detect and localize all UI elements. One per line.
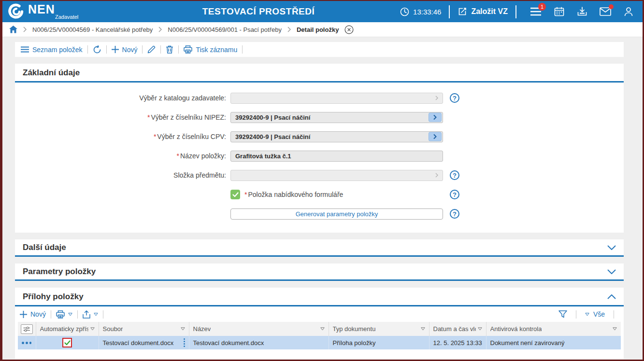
offer-form-checkbox[interactable] [230, 190, 240, 199]
cpv-label: *Výběr z číselníku CPV: [15, 133, 230, 140]
breadcrumb-item-procedure[interactable]: N006/25/V00004569 - Kancelářské potřeby [32, 26, 153, 33]
column-header-antivirus[interactable]: Antivirová kontrola [486, 322, 621, 336]
file-cell[interactable]: Testovací dokument.docx [99, 336, 189, 349]
user-profile-button[interactable] [622, 7, 635, 16]
chevron-up-icon[interactable] [607, 294, 616, 299]
help-icon[interactable]: ? [450, 93, 459, 103]
chevron-right-icon [435, 173, 438, 178]
chevron-down-icon[interactable] [607, 245, 616, 250]
delete-button[interactable] [166, 45, 173, 54]
chevron-right-icon [435, 96, 438, 100]
section-item-parameters[interactable]: Parametry položky [15, 264, 624, 281]
chevron-down-icon[interactable] [607, 269, 616, 274]
item-list-button[interactable]: Seznam položek [21, 46, 83, 54]
mail-unread-dot [609, 4, 614, 9]
new-item-button[interactable]: Nový [112, 46, 138, 54]
nipez-open-lookup-button[interactable] [429, 113, 442, 122]
divider [160, 45, 161, 54]
column-header-name[interactable]: Název [189, 322, 329, 336]
divider [51, 310, 51, 319]
breadcrumb-item-part[interactable]: N006/25/V00004569/001 - Psací potřeby [168, 26, 282, 33]
calendar-button[interactable] [553, 7, 565, 16]
close-tab-icon[interactable] [344, 25, 354, 34]
column-settings-icon[interactable] [21, 324, 33, 334]
help-icon[interactable]: ? [450, 209, 459, 219]
divider [614, 310, 614, 319]
upload-icon [83, 310, 90, 319]
column-header-file[interactable]: Soubor [99, 322, 189, 336]
attachment-print-button[interactable] [56, 310, 72, 319]
cpv-open-lookup-button[interactable] [429, 132, 442, 141]
breadcrumb: N006/25/V00004569 - Kancelářské potřeby … [2, 22, 643, 37]
notifications-menu-button[interactable]: 1 [530, 7, 542, 16]
section-title: Parametry položky [23, 267, 96, 277]
filter-triangle-icon[interactable] [613, 327, 617, 331]
dropdown-triangle-icon[interactable] [585, 313, 589, 316]
auto-publish-cell[interactable] [36, 336, 99, 349]
filter-triangle-icon[interactable] [478, 327, 482, 331]
dropdown-triangle-icon [94, 313, 98, 316]
print-record-button[interactable]: Tisk záznamu [184, 45, 237, 54]
help-icon[interactable]: ? [450, 170, 459, 180]
filter-triangle-icon[interactable] [421, 327, 425, 331]
column-header-doc-type[interactable]: Typ dokumentu [329, 322, 429, 336]
page-frame: NEN Zadavatel TESTOVACÍ PROSTŘEDÍ 13:33:… [0, 0, 644, 361]
cpv-lookup-field[interactable]: 39292400-9 | Psací náčiní [230, 131, 443, 142]
printer-icon [184, 45, 192, 54]
divider [178, 45, 179, 54]
home-icon[interactable] [9, 26, 17, 33]
section-basic-data: Základní údaje Výběr z katalogu zadavate… [15, 64, 624, 233]
chevron-right-icon [158, 27, 162, 32]
breadcrumb-current: Detail položky [297, 26, 339, 33]
nen-swirl-icon [8, 3, 25, 20]
attachments-header-row: Automaticky zpřístupnit Soubor Název Typ… [18, 322, 621, 336]
mail-button[interactable] [599, 7, 612, 16]
column-settings-header[interactable] [18, 322, 36, 336]
cell-menu-icon[interactable] [184, 338, 185, 347]
list-icon [21, 46, 29, 53]
generate-parameters-button[interactable]: Generovat parametry položky [230, 208, 443, 220]
inserted-cell[interactable]: 12. 5. 2025 13:33 [429, 336, 486, 349]
dropdown-triangle-icon [68, 313, 72, 316]
nen-logo[interactable]: NEN Zadavatel [8, 3, 78, 20]
row-menu-icon[interactable] [22, 342, 32, 344]
subject-folder-field [230, 170, 443, 181]
attachment-row[interactable]: Testovací dokument.docx Testovací dokume… [18, 336, 621, 349]
column-header-inserted[interactable]: Datum a čas vložení [429, 322, 486, 336]
help-icon[interactable]: ? [450, 190, 459, 199]
clock: 13:33:46 [400, 7, 441, 16]
section-more-data[interactable]: Další údaje [15, 239, 624, 257]
catalog-label: Výběr z katalogu zadavatele: [15, 94, 230, 102]
attachment-export-button[interactable] [83, 310, 98, 319]
attachment-new-button[interactable]: Nový [20, 310, 46, 318]
column-header-auto-publish[interactable]: Automaticky zpřístupnit [36, 322, 99, 336]
attachments-toolbar: Nový [15, 306, 624, 322]
auto-publish-checkbox[interactable] [62, 338, 72, 347]
filter-triangle-icon[interactable] [90, 327, 95, 331]
section-attachments-header[interactable]: Přílohy položky [15, 288, 624, 306]
doc-type-cell[interactable]: Příloha položky [329, 336, 429, 349]
create-vz-button[interactable]: Založit VZ [458, 7, 508, 16]
filter-all-button[interactable]: Vše [593, 310, 605, 318]
divider [515, 5, 516, 18]
divider [142, 45, 143, 54]
nipez-lookup-field[interactable]: 39292400-9 | Psací náčiní [230, 112, 443, 123]
antivirus-cell[interactable]: Dokument není zavirovaný [486, 336, 621, 349]
download-button[interactable] [576, 7, 588, 16]
catalog-lookup-field [230, 93, 443, 104]
name-cell[interactable]: Testovací dokument.docx [189, 336, 329, 349]
divider [103, 310, 103, 319]
filter-triangle-icon[interactable] [320, 327, 325, 331]
section-title: Základní údaje [23, 68, 80, 78]
refresh-button[interactable] [93, 45, 101, 54]
section-basic-header: Základní údaje [15, 64, 624, 83]
item-name-field[interactable]: Grafitová tužka č.1 [230, 151, 443, 162]
filter-triangle-icon[interactable] [181, 327, 185, 331]
filter-icon[interactable] [558, 310, 567, 318]
brand-name: NEN [28, 2, 55, 16]
offer-form-label: *Položka nabídkového formuláře [244, 191, 343, 198]
row-menu-cell[interactable] [18, 336, 36, 349]
edit-button[interactable] [147, 45, 156, 54]
section-title: Další údaje [23, 243, 66, 252]
compose-icon [458, 7, 467, 16]
